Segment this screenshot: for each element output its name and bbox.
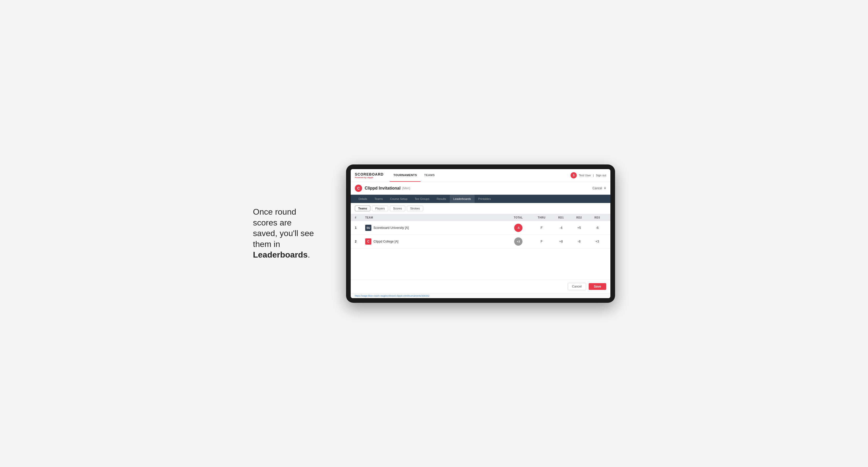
total-cell-2: +3	[505, 238, 531, 246]
logo-text: SCOREBOARD	[355, 172, 383, 176]
tournament-subtitle: (Men)	[402, 186, 410, 190]
tab-printables[interactable]: Printables	[475, 195, 495, 203]
tab-tee-groups[interactable]: Tee Groups	[411, 195, 433, 203]
thru-1: F	[531, 226, 552, 229]
user-name: Test User	[579, 174, 591, 177]
top-nav: SCOREBOARD Powered by clippd TOURNAMENTS…	[351, 169, 610, 182]
thru-2: F	[531, 240, 552, 243]
filter-bar: Teams Players Scores Strokes	[351, 203, 610, 214]
team-name-1: Scoreboard University [A]	[373, 226, 409, 229]
tab-details[interactable]: Details	[355, 195, 371, 203]
tournament-icon: C	[355, 185, 362, 192]
filter-teams[interactable]: Teams	[355, 206, 370, 211]
rd1-2: +8	[552, 240, 570, 243]
tournament-title: Clippd Invitational	[365, 186, 401, 191]
team-cell-2: C Clippd College [A]	[365, 239, 505, 245]
rd3-2: +3	[588, 240, 606, 243]
page-wrapper: Once round scores are saved, you'll see …	[253, 164, 615, 303]
tab-course-setup[interactable]: Course Setup	[386, 195, 411, 203]
table-row: 1 SU Scoreboard University [A] -5 F -4 +…	[351, 221, 610, 235]
tablet-screen: SCOREBOARD Powered by clippd TOURNAMENTS…	[351, 169, 610, 298]
save-button[interactable]: Save	[589, 283, 606, 290]
desc-line2: scores are	[253, 218, 291, 227]
user-avatar: S	[570, 172, 577, 179]
spacer-content	[351, 249, 610, 280]
team-logo-2: C	[365, 239, 371, 245]
section-tabs: Details Teams Course Setup Tee Groups Re…	[351, 195, 610, 203]
filter-players[interactable]: Players	[372, 206, 388, 211]
tab-leaderboards[interactable]: Leaderboards	[450, 195, 475, 203]
table-row: 2 C Clippd College [A] +3 F +8 -8 +3	[351, 235, 610, 249]
nav-teams[interactable]: TEAMS	[421, 169, 438, 182]
desc-line4: them in	[253, 240, 280, 249]
svg-text:SU: SU	[367, 226, 370, 229]
rd1-1: -4	[552, 226, 570, 229]
nav-right: S Test User | Sign out	[570, 172, 606, 179]
score-badge-1: -5	[514, 224, 523, 232]
modal-footer: Cancel Save	[351, 280, 610, 293]
cancel-button[interactable]: Cancel	[568, 283, 586, 290]
logo-sub: Powered by clippd	[355, 176, 383, 179]
main-nav: TOURNAMENTS TEAMS	[390, 169, 438, 182]
rank-2: 2	[355, 240, 365, 243]
desc-line1: Once round	[253, 207, 296, 216]
table-header: # TEAM TOTAL THRU RD1 RD2 RD3	[351, 214, 610, 221]
rd2-2: -8	[570, 240, 588, 243]
url-bar: https://stage-blue-coach.stagescoboard.c…	[351, 293, 610, 298]
team-name-2: Clippd College [A]	[373, 240, 398, 243]
tablet-frame: SCOREBOARD Powered by clippd TOURNAMENTS…	[346, 164, 615, 303]
nav-tournaments[interactable]: TOURNAMENTS	[390, 169, 421, 182]
filter-strokes[interactable]: Strokes	[407, 206, 423, 211]
rank-1: 1	[355, 226, 365, 229]
tab-teams[interactable]: Teams	[371, 195, 386, 203]
desc-line5-bold: Leaderboards	[253, 250, 308, 259]
svg-text:C: C	[367, 240, 370, 243]
total-cell-1: -5	[505, 224, 531, 232]
desc-line3: saved, you'll see	[253, 228, 314, 238]
filter-scores[interactable]: Scores	[390, 206, 405, 211]
desc-line5-end: .	[308, 250, 310, 259]
rd2-1: +5	[570, 226, 588, 229]
team-logo-1: SU	[365, 225, 371, 231]
sign-out-link[interactable]: Sign out	[596, 174, 606, 177]
rd3-1: -6	[588, 226, 606, 229]
leaderboard-table: # TEAM TOTAL THRU RD1 RD2 RD3 1 SU Scor	[351, 214, 610, 249]
cancel-x-button[interactable]: Cancel ✕	[593, 186, 606, 190]
score-badge-2: +3	[514, 238, 523, 246]
logo-area: SCOREBOARD Powered by clippd	[355, 172, 383, 179]
tournament-header: C Clippd Invitational (Men) Cancel ✕	[351, 182, 610, 195]
team-cell-1: SU Scoreboard University [A]	[365, 225, 505, 231]
tab-results[interactable]: Results	[433, 195, 450, 203]
left-description: Once round scores are saved, you'll see …	[253, 207, 331, 260]
